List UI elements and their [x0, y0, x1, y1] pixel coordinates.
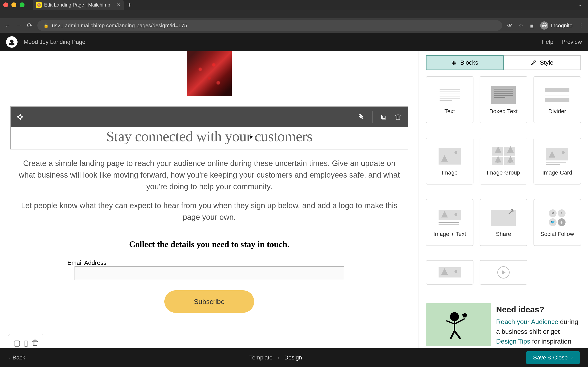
back-label: Back	[12, 354, 25, 361]
tab-bar: 🐵 Edit Landing Page | Mailchimp ✕ + ⌄	[0, 0, 588, 10]
tab-favicon: 🐵	[36, 2, 42, 8]
brush-icon: 🖌	[531, 59, 536, 66]
block-label: Image + Text	[433, 231, 466, 237]
preview-link[interactable]: Preview	[562, 39, 582, 45]
trash-icon[interactable]: 🗑	[394, 113, 402, 121]
chevron-right-icon: ›	[277, 354, 279, 361]
blocks-grid: Text Boxed Text Divider Image Image Grou…	[419, 70, 588, 299]
block-label: Image Group	[487, 169, 520, 176]
nav-forward-icon: →	[16, 22, 22, 29]
mobile-view-icon[interactable]: ▯	[24, 338, 28, 347]
block-video[interactable]	[480, 260, 527, 285]
edit-icon[interactable]: ✎	[358, 113, 364, 121]
ideas-link-design-tips[interactable]: Design Tips	[496, 338, 530, 345]
svg-point-4	[450, 313, 458, 321]
save-label: Save & Close	[533, 354, 568, 361]
ideas-panel: Need ideas? Reach your Audience during a…	[419, 299, 588, 348]
tabs-dropdown-icon[interactable]: ⌄	[579, 2, 582, 7]
body-paragraph-1[interactable]: Create a simple landing page to reach yo…	[10, 158, 408, 192]
ideas-text: Need ideas? Reach your Audience during a…	[496, 303, 581, 346]
new-tab-button[interactable]: +	[128, 1, 132, 9]
url-actions: 👁 ☆ ▣ 🕶 Incognito ⋮	[507, 21, 584, 30]
block-image-group[interactable]: Image Group	[480, 138, 527, 184]
content-area: ✥ ✎ ⧉ 🗑 Stay connected with your custome…	[0, 51, 588, 348]
browser-tab[interactable]: 🐵 Edit Landing Page | Mailchimp ✕	[33, 0, 124, 10]
tab-style-label: Style	[540, 59, 553, 66]
crumb-template[interactable]: Template	[249, 354, 273, 361]
canvas: ✥ ✎ ⧉ 🗑 Stay connected with your custome…	[0, 51, 419, 348]
sidebar: ▦ Blocks 🖌 Style Text Boxed Text Divider	[419, 51, 588, 348]
chevron-left-icon: ‹	[8, 354, 10, 361]
eye-off-icon[interactable]: 👁	[507, 22, 513, 29]
subscribe-button[interactable]: Subscribe	[164, 290, 254, 313]
tab-blocks-label: Blocks	[460, 59, 478, 66]
nav-reload-icon[interactable]: ⟳	[27, 22, 33, 29]
nav-back-icon[interactable]: ←	[4, 22, 11, 29]
block-partial-1[interactable]	[426, 260, 474, 285]
ideas-illustration	[426, 303, 491, 346]
url-text: us21.admin.mailchimp.com/landing-pages/d…	[52, 22, 187, 29]
block-label: Divider	[548, 108, 566, 115]
lock-icon: 🔒	[43, 23, 49, 28]
tab-title: Edit Landing Page | Mailchimp	[44, 2, 110, 8]
hero-image[interactable]	[187, 51, 232, 96]
block-label: Share	[496, 231, 511, 237]
mailchimp-logo[interactable]	[6, 36, 17, 48]
block-boxed-text[interactable]: Boxed Text	[480, 76, 527, 123]
svg-point-1	[9, 43, 15, 45]
window-minimize[interactable]	[11, 2, 16, 7]
svg-point-0	[10, 40, 14, 43]
incognito-badge[interactable]: 🕶 Incognito	[540, 21, 572, 30]
url-bar: ← → ⟳ 🔒 us21.admin.mailchimp.com/landing…	[0, 18, 588, 33]
page-title: Mood Joy Landing Page	[24, 39, 534, 45]
svg-point-3	[12, 41, 13, 41]
url-input[interactable]: 🔒 us21.admin.mailchimp.com/landing-pages…	[37, 20, 502, 31]
selected-text-block[interactable]: ✥ ✎ ⧉ 🗑 Stay connected with your custome…	[10, 106, 408, 150]
duplicate-icon[interactable]: ⧉	[381, 113, 386, 121]
tab-blocks[interactable]: ▦ Blocks	[426, 55, 504, 70]
form-heading[interactable]: Collect the details you need to stay in …	[10, 239, 408, 249]
incognito-icon: 🕶	[540, 21, 548, 30]
app-header: Mood Joy Landing Page Help Preview	[0, 33, 588, 51]
move-handle-icon[interactable]: ✥	[17, 112, 24, 122]
kebab-menu-icon[interactable]: ⋮	[578, 22, 584, 29]
tab-style[interactable]: 🖌 Style	[504, 55, 581, 70]
body-paragraph-2[interactable]: Let people know what they can expect to …	[10, 200, 408, 223]
block-image[interactable]: Image	[426, 138, 474, 184]
ideas-link-audience[interactable]: Reach your Audience	[496, 318, 558, 325]
extensions-icon[interactable]: ▣	[529, 22, 535, 29]
block-label: Image	[442, 169, 458, 176]
window-maximize[interactable]	[20, 2, 25, 7]
incognito-label: Incognito	[551, 22, 572, 29]
save-close-button[interactable]: Save & Close ›	[526, 351, 580, 364]
block-image-card[interactable]: Image Card	[534, 138, 581, 184]
tab-close-icon[interactable]: ✕	[117, 2, 121, 8]
chevron-right-icon: ›	[571, 354, 573, 361]
desktop-view-icon[interactable]: ▢	[13, 338, 21, 347]
breadcrumb: Template › Design	[25, 354, 526, 361]
help-link[interactable]: Help	[542, 39, 553, 45]
canvas-corner-tools: ▢ ▯ 🗑	[8, 334, 44, 348]
block-label: Image Card	[542, 169, 572, 176]
delete-icon[interactable]: 🗑	[31, 338, 39, 347]
footer: ‹ Back Template › Design Save & Close ›	[0, 348, 588, 367]
sidebar-tabs: ▦ Blocks 🖌 Style	[419, 51, 588, 70]
bookmark-star-icon[interactable]: ☆	[518, 22, 523, 29]
block-label: Boxed Text	[489, 108, 518, 115]
email-input[interactable]	[75, 266, 344, 280]
block-share[interactable]: Share	[480, 199, 527, 246]
back-button[interactable]: ‹ Back	[8, 354, 25, 361]
block-toolbar: ✥ ✎ ⧉ 🗑	[11, 107, 408, 127]
block-image-text[interactable]: Image + Text	[426, 199, 474, 246]
block-text[interactable]: Text	[426, 76, 474, 123]
email-label: Email Address	[67, 259, 107, 266]
block-label: Text	[444, 108, 455, 115]
headline-text[interactable]: Stay connected with your customers	[11, 127, 408, 149]
block-divider[interactable]: Divider	[534, 76, 581, 123]
window-close[interactable]	[3, 2, 8, 7]
block-social-follow[interactable]: ◙f🐦+ Social Follow	[534, 199, 581, 246]
crumb-design[interactable]: Design	[284, 354, 302, 361]
svg-point-2	[11, 41, 11, 41]
block-label: Social Follow	[540, 231, 574, 237]
browser-chrome: 🐵 Edit Landing Page | Mailchimp ✕ + ⌄	[0, 0, 588, 18]
